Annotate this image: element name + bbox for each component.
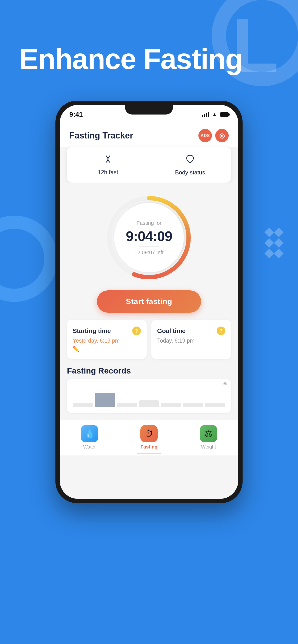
- nav-weight-label: Weight: [201, 444, 216, 450]
- bg-diamond-decoration: [264, 228, 284, 259]
- goal-time-value: Today, 6:19 pm: [157, 338, 225, 344]
- page-dot: [137, 453, 161, 454]
- settings-icon: ◎: [219, 132, 225, 140]
- starting-time-title: Starting time: [73, 327, 111, 335]
- page-indicator: [60, 454, 238, 456]
- nav-water-label: Water: [83, 444, 96, 450]
- app-header: Fasting Tracker ADS ◎: [60, 124, 238, 147]
- fasting-icon: ⏱: [140, 425, 158, 442]
- heading-text: Enhance Fasting: [19, 43, 242, 75]
- goal-time-help[interactable]: ?: [217, 326, 225, 335]
- starting-time-header: Starting time ?: [73, 326, 141, 335]
- tab-body-status-label: Body status: [175, 169, 205, 176]
- edit-starting-time-icon[interactable]: ✏️: [73, 346, 141, 352]
- tab-body-status[interactable]: Body status: [149, 147, 231, 182]
- nav-weight[interactable]: ⚖ Weight: [200, 425, 217, 450]
- chart-bar: [161, 403, 181, 407]
- chart-bar: [183, 403, 203, 407]
- goal-time-card: Goal time ? Today, 6:19 pm: [152, 320, 231, 359]
- fasting-records-section: Fasting Records 9h: [67, 366, 231, 413]
- nav-water[interactable]: 💧 Water: [81, 425, 98, 450]
- time-cards: Starting time ? Yesterday, 6:19 pm ✏️ Go…: [67, 320, 231, 359]
- chart-max-label: 9h: [222, 381, 227, 386]
- timer-left: 12:09:07 left: [115, 249, 183, 256]
- ads-button[interactable]: ADS: [198, 129, 212, 142]
- start-fasting-button[interactable]: Start fasting: [97, 290, 201, 313]
- battery-icon: [220, 112, 229, 117]
- chart-bar: [205, 403, 225, 407]
- weight-icon: ⚖: [200, 425, 217, 442]
- wifi-icon: ▲: [212, 112, 217, 118]
- status-bar: 9:41 ▲: [60, 105, 238, 124]
- starting-time-help[interactable]: ?: [132, 326, 141, 335]
- starting-time-value: Yesterday, 6:19 pm: [73, 338, 141, 344]
- signal-icon: [202, 112, 209, 117]
- chart-bar: [117, 403, 137, 407]
- nav-fasting-label: Fasting: [140, 444, 158, 450]
- start-button-label: Start fasting: [126, 297, 172, 306]
- body-status-icon: [185, 154, 195, 167]
- phone-frame: 9:41 ▲ Fasting Tracker ADS ◎: [55, 100, 243, 503]
- goal-time-header: Goal time ?: [157, 326, 225, 335]
- nav-fasting[interactable]: ⏱ Fasting: [140, 425, 158, 450]
- phone-screen: 9:41 ▲ Fasting Tracker ADS ◎: [60, 105, 238, 499]
- status-icons: ▲: [202, 112, 229, 118]
- main-content: Fasting for 9:04:09 12:09:07 left Start …: [60, 182, 238, 420]
- chart-bar: [95, 393, 115, 407]
- records-title: Fasting Records: [67, 366, 231, 376]
- timer-container: Fasting for 9:04:09 12:09:07 left: [103, 192, 195, 283]
- bottom-nav: 💧 Water ⏱ Fasting ⚖ Weight: [60, 420, 238, 454]
- fast-icon: [103, 154, 113, 166]
- app-title: Fasting Tracker: [69, 130, 133, 141]
- chart-bar: [139, 400, 159, 407]
- main-heading: Enhance Fasting: [19, 43, 242, 75]
- quick-tabs: 12h fast Body status: [67, 147, 231, 182]
- timer-label: Fasting for: [115, 220, 183, 226]
- timer-time: 9:04:09: [115, 228, 183, 244]
- records-chart: 9h: [67, 379, 231, 413]
- chart-bar: [73, 403, 93, 407]
- starting-time-card: Starting time ? Yesterday, 6:19 pm ✏️: [67, 320, 146, 359]
- goal-time-title: Goal time: [157, 327, 186, 335]
- status-time: 9:41: [69, 111, 83, 118]
- bg-circle-left-decoration: [0, 216, 58, 302]
- header-icons: ADS ◎: [198, 129, 229, 142]
- water-icon: 💧: [81, 425, 98, 442]
- settings-button[interactable]: ◎: [215, 129, 229, 142]
- tab-12h-fast[interactable]: 12h fast: [67, 147, 149, 182]
- timer-display: Fasting for 9:04:09 12:09:07 left: [115, 220, 183, 256]
- tab-fast-label: 12h fast: [98, 169, 118, 176]
- timer-separator: [139, 246, 159, 247]
- timer-circle: Fasting for 9:04:09 12:09:07 left: [103, 192, 195, 283]
- notch: [125, 105, 173, 114]
